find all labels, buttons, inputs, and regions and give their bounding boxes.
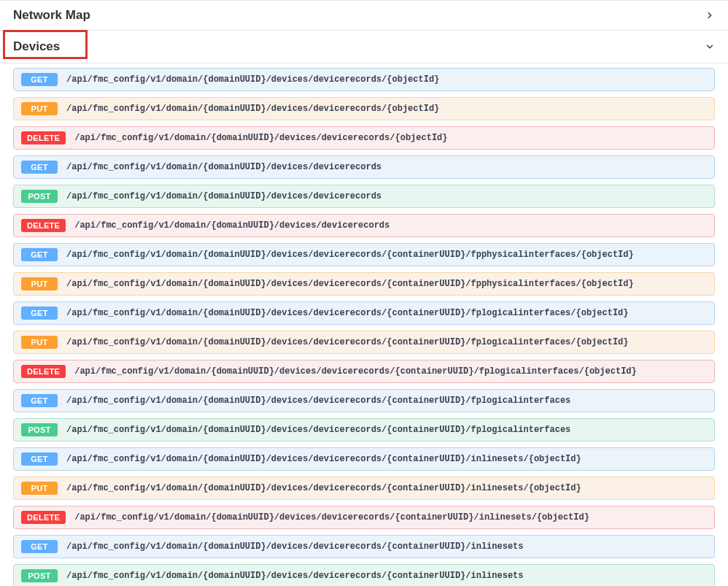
http-method-badge: POST (21, 190, 58, 203)
http-method-badge: DELETE (21, 131, 66, 144)
endpoint-row[interactable]: GET/api/fmc_config/v1/domain/{domainUUID… (13, 535, 715, 558)
chevron-right-icon (705, 10, 715, 20)
endpoint-path: /api/fmc_config/v1/domain/{domainUUID}/d… (66, 337, 629, 347)
endpoint-row[interactable]: GET/api/fmc_config/v1/domain/{domainUUID… (13, 389, 715, 412)
section-header-network-map[interactable]: Network Map (0, 0, 728, 31)
endpoint-row[interactable]: GET/api/fmc_config/v1/domain/{domainUUID… (13, 447, 715, 471)
endpoint-row[interactable]: PUT/api/fmc_config/v1/domain/{domainUUID… (13, 97, 715, 120)
http-method-badge: GET (21, 248, 58, 261)
http-method-badge: POST (21, 569, 58, 582)
endpoint-row[interactable]: GET/api/fmc_config/v1/domain/{domainUUID… (13, 68, 715, 91)
endpoint-path: /api/fmc_config/v1/domain/{domainUUID}/d… (66, 454, 581, 464)
endpoint-path: /api/fmc_config/v1/domain/{domainUUID}/d… (66, 483, 581, 493)
endpoint-path: /api/fmc_config/v1/domain/{domainUUID}/d… (66, 104, 439, 114)
endpoint-path: /api/fmc_config/v1/domain/{domainUUID}/d… (66, 279, 634, 289)
endpoint-path: /api/fmc_config/v1/domain/{domainUUID}/d… (66, 541, 524, 552)
http-method-badge: PUT (21, 102, 58, 115)
section-header-devices[interactable]: Devices (0, 31, 728, 63)
endpoint-path: /api/fmc_config/v1/domain/{domainUUID}/d… (66, 191, 382, 201)
endpoint-row[interactable]: DELETE/api/fmc_config/v1/domain/{domainU… (13, 214, 715, 237)
section-title-network-map: Network Map (13, 8, 90, 23)
endpoint-row[interactable]: DELETE/api/fmc_config/v1/domain/{domainU… (13, 126, 715, 150)
endpoint-row[interactable]: DELETE/api/fmc_config/v1/domain/{domainU… (13, 360, 715, 383)
http-method-badge: DELETE (21, 365, 66, 378)
http-method-badge: DELETE (21, 219, 66, 232)
http-method-badge: GET (21, 73, 58, 86)
http-method-badge: DELETE (21, 511, 66, 524)
endpoint-path: /api/fmc_config/v1/domain/{domainUUID}/d… (66, 571, 524, 581)
endpoint-path: /api/fmc_config/v1/domain/{domainUUID}/d… (66, 162, 382, 172)
endpoint-row[interactable]: PUT/api/fmc_config/v1/domain/{domainUUID… (13, 331, 715, 354)
endpoint-row[interactable]: POST/api/fmc_config/v1/domain/{domainUUI… (13, 418, 715, 442)
endpoint-path: /api/fmc_config/v1/domain/{domainUUID}/d… (74, 220, 390, 231)
http-method-badge: GET (21, 540, 58, 553)
endpoint-row[interactable]: PUT/api/fmc_config/v1/domain/{domainUUID… (13, 477, 715, 500)
http-method-badge: GET (21, 452, 58, 466)
http-method-badge: GET (21, 394, 58, 407)
endpoint-row[interactable]: GET/api/fmc_config/v1/domain/{domainUUID… (13, 243, 715, 266)
http-method-badge: GET (21, 161, 58, 174)
endpoint-row[interactable]: POST/api/fmc_config/v1/domain/{domainUUI… (13, 564, 715, 586)
endpoint-path: /api/fmc_config/v1/domain/{domainUUID}/d… (66, 74, 439, 85)
endpoint-row[interactable]: GET/api/fmc_config/v1/domain/{domainUUID… (13, 155, 715, 179)
endpoint-path: /api/fmc_config/v1/domain/{domainUUID}/d… (74, 133, 447, 143)
http-method-badge: PUT (21, 482, 58, 495)
endpoint-path: /api/fmc_config/v1/domain/{domainUUID}/d… (74, 512, 589, 523)
endpoint-row[interactable]: POST/api/fmc_config/v1/domain/{domainUUI… (13, 185, 715, 208)
http-method-badge: PUT (21, 277, 58, 290)
http-method-badge: POST (21, 423, 58, 436)
endpoint-path: /api/fmc_config/v1/domain/{domainUUID}/d… (74, 366, 637, 377)
endpoints-list: GET/api/fmc_config/v1/domain/{domainUUID… (0, 63, 728, 586)
http-method-badge: GET (21, 307, 58, 320)
endpoint-row[interactable]: DELETE/api/fmc_config/v1/domain/{domainU… (13, 506, 715, 529)
endpoint-path: /api/fmc_config/v1/domain/{domainUUID}/d… (66, 425, 570, 435)
section-title-devices: Devices (0, 31, 73, 63)
chevron-down-icon (705, 42, 715, 52)
endpoint-row[interactable]: PUT/api/fmc_config/v1/domain/{domainUUID… (13, 272, 715, 296)
endpoint-path: /api/fmc_config/v1/domain/{domainUUID}/d… (66, 308, 629, 318)
endpoint-row[interactable]: GET/api/fmc_config/v1/domain/{domainUUID… (13, 301, 715, 325)
http-method-badge: PUT (21, 336, 58, 349)
endpoint-path: /api/fmc_config/v1/domain/{domainUUID}/d… (66, 396, 570, 406)
endpoint-path: /api/fmc_config/v1/domain/{domainUUID}/d… (66, 250, 634, 260)
